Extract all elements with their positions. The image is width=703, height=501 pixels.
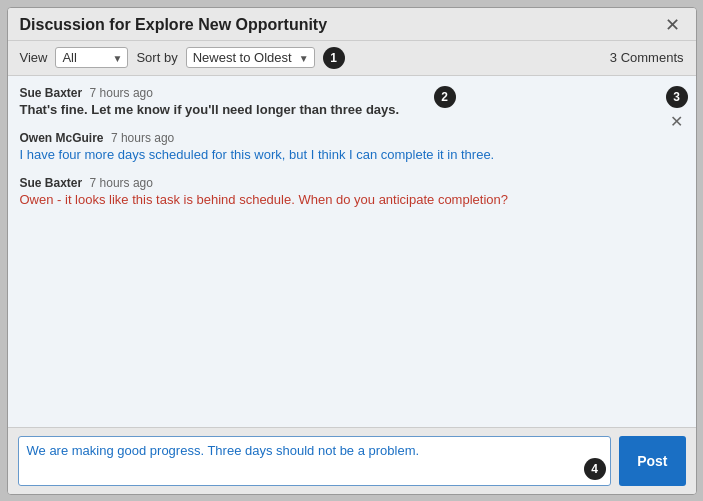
badge-3: 3 ✕ <box>666 86 688 131</box>
dialog-title: Discussion for Explore New Opportunity <box>20 16 328 34</box>
message-block: Owen McGuire 7 hours ago I have four mor… <box>20 131 656 162</box>
messages-area: 2 Sue Baxter 7 hours ago That's fine. Le… <box>8 76 696 427</box>
message-meta: Sue Baxter 7 hours ago <box>20 176 656 190</box>
message-text: Owen - it looks like this task is behind… <box>20 192 656 207</box>
badge-3-circle: 3 <box>666 86 688 108</box>
badge-4: 4 <box>584 458 606 480</box>
footer: We are making good progress. Three days … <box>8 427 696 494</box>
view-select[interactable]: All Unread Read <box>55 47 128 68</box>
message-block: Sue Baxter 7 hours ago Owen - it looks l… <box>20 176 656 207</box>
message-time: 7 hours ago <box>90 86 153 100</box>
sort-select-wrapper: Newest to Oldest Oldest to Newest ▼ <box>186 47 315 68</box>
message-close-button[interactable]: ✕ <box>670 112 683 131</box>
message-text: I have four more days scheduled for this… <box>20 147 656 162</box>
discussion-dialog: Discussion for Explore New Opportunity ✕… <box>7 7 697 495</box>
badge-1: 1 <box>323 47 345 69</box>
toolbar: View All Unread Read ▼ Sort by Newest to… <box>8 41 696 76</box>
message-author: Sue Baxter <box>20 86 83 100</box>
view-select-wrapper: All Unread Read ▼ <box>55 47 128 68</box>
message-meta: Owen McGuire 7 hours ago <box>20 131 656 145</box>
sort-select[interactable]: Newest to Oldest Oldest to Newest <box>186 47 315 68</box>
close-button[interactable]: ✕ <box>661 16 684 34</box>
message-author: Owen McGuire <box>20 131 104 145</box>
badge-2: 2 <box>434 86 456 108</box>
message-time: 7 hours ago <box>111 131 174 145</box>
message-text: That's fine. Let me know if you'll need … <box>20 102 656 117</box>
message-block: Sue Baxter 7 hours ago That's fine. Let … <box>20 86 656 117</box>
post-button[interactable]: Post <box>619 436 685 486</box>
message-meta: Sue Baxter 7 hours ago <box>20 86 656 100</box>
comments-count: 3 Comments <box>610 50 684 65</box>
message-time: 7 hours ago <box>90 176 153 190</box>
message-input[interactable]: We are making good progress. Three days … <box>18 436 612 486</box>
message-author: Sue Baxter <box>20 176 83 190</box>
view-label: View <box>20 50 48 65</box>
dialog-header: Discussion for Explore New Opportunity ✕ <box>8 8 696 41</box>
sort-label: Sort by <box>136 50 177 65</box>
